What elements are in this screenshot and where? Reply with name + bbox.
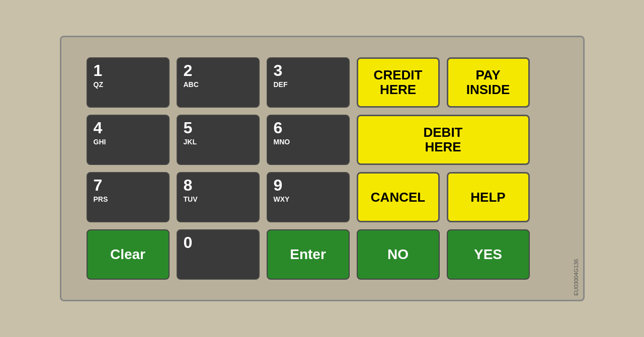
key-4-sub: GHI bbox=[94, 138, 106, 146]
key-9-sub: WXY bbox=[274, 195, 290, 203]
key-2-sub: ABC bbox=[184, 80, 199, 89]
cancel-label: CANCEL bbox=[364, 190, 432, 205]
key-8[interactable]: 8 TUV bbox=[177, 172, 260, 222]
key-2-number: 2 bbox=[184, 62, 193, 78]
no-button[interactable]: NO bbox=[357, 229, 440, 280]
key-3-number: 3 bbox=[274, 62, 283, 78]
key-1-number: 1 bbox=[94, 62, 103, 78]
key-7[interactable]: 7 PRS bbox=[87, 172, 170, 222]
clear-label: Clear bbox=[94, 246, 163, 263]
key-8-sub: TUV bbox=[184, 195, 198, 203]
key-6[interactable]: 6 MNO bbox=[267, 115, 350, 165]
key-7-number: 7 bbox=[94, 177, 103, 193]
key-4-number: 4 bbox=[94, 120, 103, 136]
enter-button[interactable]: Enter bbox=[267, 229, 350, 280]
enter-label: Enter bbox=[274, 246, 343, 263]
key-1-sub: QZ bbox=[94, 80, 103, 89]
debit-here-button[interactable]: DEBIT HERE bbox=[357, 115, 530, 165]
keypad-grid: 1 QZ 2 ABC 3 DEF CREDIT HERE PAY INSIDE … bbox=[87, 57, 530, 280]
yes-button[interactable]: YES bbox=[447, 229, 530, 280]
yes-label: YES bbox=[454, 246, 523, 263]
key-6-number: 6 bbox=[274, 120, 283, 136]
debit-here-label: DEBIT HERE bbox=[364, 125, 522, 154]
cancel-button[interactable]: CANCEL bbox=[357, 172, 440, 222]
credit-here-button[interactable]: CREDIT HERE bbox=[357, 57, 440, 108]
key-2[interactable]: 2 ABC bbox=[177, 57, 260, 108]
key-5[interactable]: 5 JKL bbox=[177, 115, 260, 165]
key-5-number: 5 bbox=[184, 120, 193, 136]
help-button[interactable]: HELP bbox=[447, 172, 530, 222]
pay-inside-label: PAY INSIDE bbox=[454, 68, 522, 97]
key-9[interactable]: 9 WXY bbox=[267, 172, 350, 222]
key-5-sub: JKL bbox=[184, 138, 197, 146]
clear-button[interactable]: Clear bbox=[87, 229, 170, 280]
key-0-number: 0 bbox=[184, 234, 193, 250]
keypad-container: 1 QZ 2 ABC 3 DEF CREDIT HERE PAY INSIDE … bbox=[60, 36, 585, 301]
help-label: HELP bbox=[454, 190, 522, 205]
key-0[interactable]: 0 bbox=[177, 229, 260, 280]
key-6-sub: MNO bbox=[274, 138, 290, 146]
watermark-text: EU03004G136 bbox=[573, 259, 579, 296]
key-3[interactable]: 3 DEF bbox=[267, 57, 350, 108]
key-8-number: 8 bbox=[184, 177, 193, 193]
no-label: NO bbox=[364, 246, 433, 263]
key-4[interactable]: 4 GHI bbox=[87, 115, 170, 165]
credit-here-label: CREDIT HERE bbox=[364, 68, 432, 97]
key-1[interactable]: 1 QZ bbox=[87, 57, 170, 108]
key-7-sub: PRS bbox=[94, 195, 108, 203]
key-9-number: 9 bbox=[274, 177, 283, 193]
pay-inside-button[interactable]: PAY INSIDE bbox=[447, 57, 530, 108]
key-3-sub: DEF bbox=[274, 80, 288, 89]
